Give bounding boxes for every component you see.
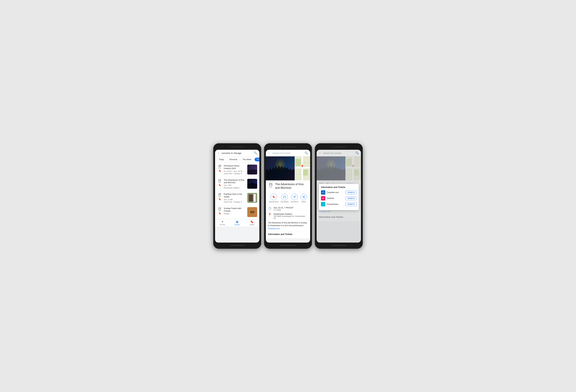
for-you-label: For You	[220, 224, 225, 226]
event-title-2: The Adventures of Kira and Morrison	[224, 179, 246, 184]
chip-tomorrow[interactable]: Tomorrow	[227, 158, 239, 161]
event-month-1: JUL	[217, 167, 222, 169]
browse-icon: ▦	[236, 220, 238, 224]
svg-line-5	[303, 197, 304, 198]
event-info-2: The Adventures of Kira and Morrison Sat,…	[224, 179, 246, 189]
event-venue-2: Snickerpark Stadium	[224, 187, 246, 189]
thumb-img-2	[247, 179, 257, 189]
action-directions[interactable]: Directions	[291, 194, 298, 203]
phone-1-bottom	[215, 244, 259, 247]
clock-icon: 🕐	[268, 207, 271, 210]
map-block-1	[303, 170, 308, 176]
svg-point-4	[304, 197, 305, 198]
detail-time-row: 🕐 Sat, Jul 21, 7 PM EDT in 2 days	[268, 207, 308, 211]
action-get-tickets[interactable]: Get tickets	[281, 194, 288, 203]
event-item-3[interactable]: 22 JUL 🔖 Painting Class in the Studio Su…	[215, 191, 259, 205]
search-bar-2: ← Search for events 🔍	[266, 150, 310, 157]
detail-description-2: The Adventures of Kira and Morrison is c…	[268, 221, 308, 227]
event-day-4: 22	[217, 207, 222, 210]
phone-1-notch	[215, 145, 259, 149]
back-arrow-2[interactable]: ←	[268, 152, 271, 155]
dealhub-tickets-button[interactable]: TICKETS	[345, 196, 357, 200]
phones-container: ← concerts in chicago 🔍 Today Tomorrow T…	[213, 143, 363, 249]
nav-saved[interactable]: 🔖 Saved	[245, 220, 259, 226]
phone-1-screen: ← concerts in chicago 🔍 Today Tomorrow T…	[215, 150, 259, 243]
phone-3-home	[331, 245, 346, 246]
saved-event-icon: 🔖	[270, 194, 277, 200]
nav-browse[interactable]: ▦ Browse	[230, 220, 244, 226]
nav-for-you[interactable]: ✦ For You	[215, 220, 230, 226]
event-info-3: Painting Class in the Studio Sun, 12 AM …	[224, 193, 246, 203]
groupsintown-tickets-button[interactable]: TICKETS	[345, 202, 357, 206]
event-date-4: 22 JUL 🔖	[217, 207, 222, 214]
saved-label: Saved	[250, 224, 254, 226]
phone-2-bottom	[266, 244, 310, 247]
for-you-icon: ✦	[221, 220, 224, 224]
phone-3-notch	[317, 145, 361, 149]
phone-2-home	[280, 245, 296, 246]
phone-1-camera	[230, 146, 231, 148]
detail-venue-text: Snickerpark Stadium 100 West Snickerpark…	[274, 213, 308, 219]
search-bar-1: ← concerts in chicago 🔍	[215, 150, 259, 157]
phone-3-screen: ← Search for events 🔍	[317, 150, 361, 243]
save-icon-4[interactable]: 🔖	[217, 212, 222, 214]
detail-time-relative: in 2 days	[274, 209, 293, 211]
ticket-row-groupsintown: ♪ Groupsintown TICKETS	[321, 202, 357, 206]
event-info-1: Pitchspoon Music Festival 2018 Fri, Jul …	[224, 165, 246, 175]
dealhub-logo: ★	[321, 196, 325, 201]
event-date-range-3: Sun, 12 AM	[224, 198, 246, 201]
detail-venue-row: 📍 Snickerpark Stadium 100 West Snickerpa…	[268, 213, 308, 219]
phone-3-camera	[331, 146, 333, 148]
detail-time-text: Sat, Jul 21, 7 PM EDT in 2 days	[274, 207, 293, 211]
event-date-3: 22 JUL 🔖	[217, 193, 222, 200]
detail-date-2: 21 JUL	[268, 183, 274, 190]
tickets-modal: Information and Tickets 🏷 Ticketsite.com…	[319, 184, 359, 210]
phone-1: ← concerts in chicago 🔍 Today Tomorrow T…	[213, 143, 261, 249]
chip-today[interactable]: Today	[217, 158, 226, 161]
search-icon-2[interactable]: 🔍	[305, 151, 308, 155]
event-day-1: 20	[217, 165, 222, 167]
detail-link-2[interactable]: Ticketsite.com	[268, 228, 308, 230]
phone-2-notch	[266, 145, 310, 149]
event-item-2[interactable]: 21 JUL 🔖 The Adventures of Kira and Morr…	[215, 177, 259, 191]
phone-2-screen: ← Search for events 🔍	[266, 150, 310, 243]
save-icon-2[interactable]: 🔖	[217, 184, 222, 186]
action-saved-event[interactable]: 🔖 Saved event	[269, 194, 279, 203]
back-arrow-1[interactable]: ←	[217, 152, 220, 155]
search-icon-1[interactable]: 🔍	[254, 151, 257, 155]
action-buttons-2: 🔖 Saved event Get tickets	[268, 192, 308, 204]
search-query-1: concerts in chicago	[222, 152, 252, 154]
svg-line-6	[303, 196, 304, 197]
detail-day-2: 21	[268, 183, 274, 186]
event-detail-header: 21 JUL The Adventures of Kira and Morris…	[268, 183, 308, 190]
save-icon-1[interactable]: 🔖	[217, 170, 222, 172]
save-icon-3[interactable]: 🔖	[217, 198, 222, 200]
event-item-1[interactable]: 20 JUL 🔖 Pitchspoon Music Festival 2018 …	[215, 163, 259, 177]
phone-1-speaker	[232, 147, 245, 147]
detail-venue-address: 100 West Snickerpark Dr, Snickertown, PA	[274, 215, 308, 219]
event-title-1: Pitchspoon Music Festival 2018	[224, 165, 246, 170]
crowd-2	[247, 182, 257, 189]
search-placeholder-2[interactable]: Search for events	[272, 152, 303, 154]
map-pin-2: 📍	[300, 165, 304, 168]
saved-icon: 🔖	[250, 220, 254, 224]
event-thumb-3	[247, 193, 257, 203]
event-date-1: 20 JUL 🔖	[217, 165, 222, 172]
share-label: Share	[301, 201, 306, 203]
phone-2-speaker	[283, 147, 296, 147]
event-venue-3: Union Park · Chicago, IL	[224, 201, 246, 203]
detail-month-2: JUL	[268, 186, 274, 188]
chip-this-weekend[interactable]: This Weekend	[255, 158, 259, 161]
action-share[interactable]: Share	[300, 194, 307, 203]
bottom-nav-1: ✦ For You ▦ Browse 🔖 Saved	[215, 219, 259, 227]
event-date-2: 21 JUL 🔖	[217, 179, 222, 186]
ticketsite-tickets-button[interactable]: TICKETS	[345, 191, 357, 194]
event-detail-body-2: 21 JUL The Adventures of Kira and Morris…	[266, 180, 310, 238]
event-thumb-1	[247, 165, 257, 175]
filter-chips-1: Today Tomorrow This Week This Weekend	[215, 157, 259, 163]
get-tickets-label: Get tickets	[281, 201, 288, 203]
detail-time: Sat, Jul 21, 7 PM EDT	[274, 207, 293, 209]
easel	[249, 194, 253, 201]
chip-this-week[interactable]: This Week	[241, 158, 253, 161]
event-item-4[interactable]: 22 JUL 🔖 Sunday Feasts with Friends Sund…	[215, 205, 259, 219]
